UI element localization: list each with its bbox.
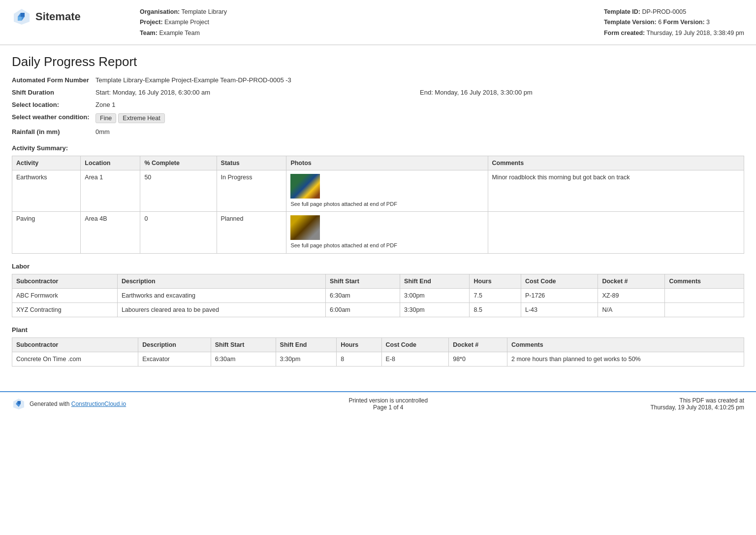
footer-left: Generated with ConstructionCloud.io [12,397,126,411]
team-line: Team: Example Team [140,28,604,38]
labor-tbody: ABC Formwork Earthworks and excavating 6… [12,288,744,317]
comments-cell: Minor roadblock this morning but got bac… [488,170,744,211]
template-version-line: Template Version: 6 Form Version: 3 [604,17,744,28]
cost-code-cell: P-1726 [521,288,598,302]
shift-duration-row: Shift Duration Start: Monday, 16 July 20… [12,89,744,96]
subcontractor-cell: ABC Formwork [12,288,118,302]
comments-cell: 2 more hours than planned to get works t… [507,352,744,366]
project-label: Project: [140,19,163,26]
plant-row: Concrete On Time .com Excavator 6:30am 3… [12,352,744,366]
comments-cell [488,212,744,253]
logo-area: Sitemate [12,7,110,27]
col-status: Status [217,156,286,170]
report-title: Daily Progress Report [12,54,744,69]
shift-end-cell: 3:30pm [276,352,337,366]
form-version-value: 3 [706,19,710,26]
form-number-label: Automated Form Number [12,76,95,84]
col-docket: Docket # [598,274,665,288]
footer-link[interactable]: ConstructionCloud.io [71,401,126,407]
photo-thumbnail [290,215,320,240]
plant-tbody: Concrete On Time .com Excavator 6:30am 3… [12,352,744,366]
col-hours: Hours [337,337,381,352]
form-created-value: Thursday, 19 July 2018, 3:38:49 pm [647,30,745,36]
shift-end-cell: 3:00pm [400,288,470,302]
labor-row: XYZ Contracting Labourers cleared area t… [12,302,744,317]
shift-start-value: Start: Monday, 16 July 2018, 6:30:00 am [95,89,420,96]
activity-cell: Earthworks [12,170,81,211]
footer-page-text: Page 1 of 4 [348,404,428,411]
shift-start-cell: 6:30am [326,288,400,302]
form-created-line: Form created: Thursday, 19 July 2018, 3:… [604,28,744,38]
shift-start-cell: 6:00am [326,302,400,317]
subcontractor-cell: XYZ Contracting [12,302,118,317]
rainfall-value: 0mm [95,128,744,135]
rainfall-row: Rainfall (in mm) 0mm [12,128,744,135]
col-docket: Docket # [449,337,507,352]
org-value: Template Library [182,8,227,15]
docket-cell: 98*0 [449,352,507,366]
subcontractor-cell: Concrete On Time .com [12,352,138,366]
template-id-line: Template ID: DP-PROD-0005 [604,7,744,17]
shift-start-cell: 6:30am [211,352,276,366]
col-shift-start: Shift Start [326,274,400,288]
col-subcontractor: Subcontractor [12,274,118,288]
photo-caption: See full page photos attached at end of … [290,201,397,208]
shift-end-cell: 3:30pm [400,302,470,317]
main-content: Daily Progress Report Automated Form Num… [0,45,756,381]
form-number-value: Template Library-Example Project-Example… [95,76,744,84]
col-shift-end: Shift End [400,274,470,288]
weather-row: Select weather condition: Fine Extreme H… [12,113,744,123]
activity-summary-thead: Activity Location % Complete Status Phot… [12,156,744,170]
logo-text: Sitemate [35,10,81,23]
select-location-row: Select location: Zone 1 [12,101,744,108]
photo-container: See full page photos attached at end of … [290,174,483,208]
form-version-label: Form Version: [663,19,705,26]
header-center-info: Organisation: Template Library Project: … [110,7,604,38]
docket-cell: XZ-89 [598,288,665,302]
org-label: Organisation: [140,8,180,15]
labor-title: Labor [12,263,744,270]
labor-row: ABC Formwork Earthworks and excavating 6… [12,288,744,302]
shift-end-value: End: Monday, 16 July 2018, 3:30:00 pm [420,89,744,96]
col-cost-code: Cost Code [381,337,449,352]
footer-right-text: This PDF was created at [650,397,744,404]
comments-cell [665,302,744,317]
sitemate-logo-icon [12,7,32,27]
select-location-label: Select location: [12,101,95,108]
footer-right: This PDF was created at Thursday, 19 Jul… [650,397,744,411]
activity-summary-table: Activity Location % Complete Status Phot… [12,156,744,254]
col-activity: Activity [12,156,81,170]
percent-complete-cell: 0 [140,212,217,253]
template-id-value: DP-PROD-0005 [642,8,686,15]
select-location-value: Zone 1 [95,101,744,108]
col-cost-code: Cost Code [521,274,598,288]
labor-thead: Subcontractor Description Shift Start Sh… [12,274,744,288]
labor-header-row: Subcontractor Description Shift Start Sh… [12,274,744,288]
location-cell: Area 1 [81,170,140,211]
col-shift-end: Shift End [276,337,337,352]
photos-cell: See full page photos attached at end of … [286,212,488,253]
footer-center: Printed version is uncontrolled Page 1 o… [348,397,428,411]
col-percent-complete: % Complete [140,156,217,170]
cost-code-cell: E-8 [381,352,449,366]
hours-cell: 8.5 [470,302,521,317]
status-cell: In Progress [217,170,286,211]
percent-complete-cell: 50 [140,170,217,211]
team-value: Example Team [159,30,199,36]
page-header: Sitemate Organisation: Template Library … [0,0,756,45]
description-cell: Labourers cleared area to be paved [117,302,325,317]
project-line: Project: Example Project [140,17,604,28]
activity-row: Paving Area 4B 0 Planned See full page p… [12,212,744,253]
activity-row: Earthworks Area 1 50 In Progress See ful… [12,170,744,211]
form-number-row: Automated Form Number Template Library-E… [12,76,744,84]
shift-duration-label: Shift Duration [12,89,95,96]
template-id-label: Template ID: [604,8,640,15]
hours-cell: 7.5 [470,288,521,302]
col-description: Description [138,337,211,352]
photo-thumbnail [290,174,320,199]
header-right-info: Template ID: DP-PROD-0005 Template Versi… [604,7,744,38]
location-cell: Area 4B [81,212,140,253]
col-comments: Comments [665,274,744,288]
activity-summary-title: Activity Summary: [12,144,744,152]
status-cell: Planned [217,212,286,253]
